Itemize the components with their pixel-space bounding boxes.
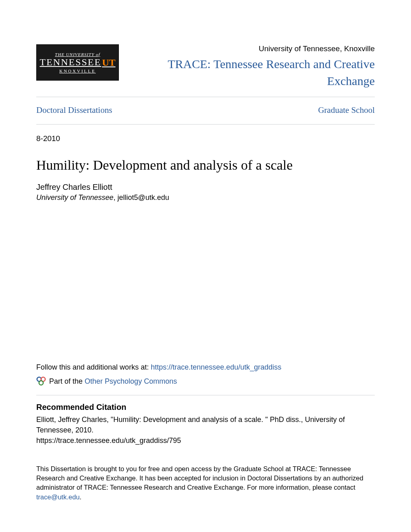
citation-divider	[36, 395, 375, 395]
citation-text-1: Elliott, Jeffrey Charles, "Humility: Dev…	[36, 414, 375, 435]
page-container: THE UNIVERSITY of TENNESSEEUT KNOXVILLE …	[0, 0, 411, 532]
partof-text: Part of the Other Psychology Commons	[49, 377, 177, 386]
collection-link[interactable]: Doctoral Dissertations	[36, 105, 112, 115]
page-header: THE UNIVERSITY of TENNESSEEUT KNOXVILLE …	[36, 44, 375, 97]
author-institution: University of Tennessee	[36, 193, 113, 202]
discipline-link[interactable]: Other Psychology Commons	[85, 377, 177, 385]
breadcrumb-divider	[36, 124, 375, 125]
power-t-icon: UT	[102, 57, 115, 68]
collection-url-link[interactable]: https://trace.tennessee.edu/utk_graddiss	[151, 363, 281, 371]
disclaimer-text: This Dissertation is brought to you for …	[36, 465, 363, 491]
svg-point-2	[39, 381, 43, 385]
breadcrumb: Doctoral Dissertations Graduate School	[36, 97, 375, 124]
partof-row: Part of the Other Psychology Commons	[36, 376, 375, 386]
follow-prefix: Follow this and additional works at:	[36, 363, 151, 371]
disclaimer-period: .	[80, 493, 82, 501]
university-name: University of Tennessee, Knoxville	[129, 44, 375, 53]
contact-email-link[interactable]: trace@utk.edu	[36, 493, 80, 501]
header-text-block: University of Tennessee, Knoxville TRACE…	[129, 44, 375, 89]
site-title-link[interactable]: TRACE: Tennessee Research and Creative E…	[168, 57, 375, 87]
access-disclaimer: This Dissertation is brought to you for …	[36, 464, 375, 501]
author-name: Jeffrey Charles Elliott	[36, 183, 375, 192]
citation-heading: Recommended Citation	[36, 403, 375, 412]
partof-prefix: Part of the	[49, 377, 85, 385]
publication-date: 8-2010	[36, 134, 375, 143]
parent-unit-link[interactable]: Graduate School	[318, 105, 375, 115]
logo-line1: THE UNIVERSITY of	[55, 52, 100, 57]
citation-text-2: https://trace.tennessee.edu/utk_graddiss…	[36, 435, 375, 446]
author-affiliation: University of Tennessee, jelliot5@utk.ed…	[36, 193, 375, 202]
affil-separator: ,	[113, 193, 117, 202]
logo-line3: KNOXVILLE	[59, 69, 96, 73]
site-title: TRACE: Tennessee Research and Creative E…	[129, 56, 375, 89]
institution-logo[interactable]: THE UNIVERSITY of TENNESSEEUT KNOXVILLE	[36, 44, 119, 81]
follow-block: Follow this and additional works at: htt…	[36, 363, 375, 372]
logo-line2: TENNESSEE	[39, 57, 101, 68]
author-email: jelliot5@utk.edu	[117, 193, 169, 202]
logo-line2-wrap: TENNESSEEUT	[39, 57, 115, 68]
commons-network-icon	[36, 376, 46, 386]
paper-title: Humility: Development and analysis of a …	[36, 158, 375, 173]
